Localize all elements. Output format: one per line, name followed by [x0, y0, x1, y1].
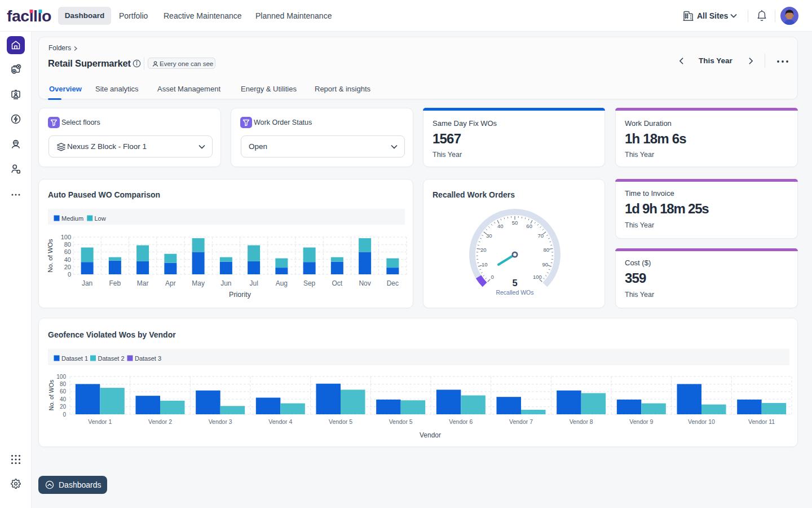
svg-text:80: 80	[60, 381, 67, 387]
svg-text:Jul: Jul	[249, 279, 258, 287]
svg-text:Vendor 11: Vendor 11	[748, 418, 775, 425]
svg-text:May: May	[192, 279, 205, 287]
svg-text:Vendor 8: Vendor 8	[570, 418, 593, 425]
svg-text:70: 70	[537, 233, 544, 239]
svg-text:Mar: Mar	[137, 279, 149, 287]
svg-text:20: 20	[60, 404, 67, 410]
svg-text:60: 60	[64, 248, 71, 255]
svg-text:Dataset 1: Dataset 1	[61, 355, 88, 362]
svg-text:Vendor 3: Vendor 3	[209, 418, 232, 425]
svg-text:Vendor 10: Vendor 10	[688, 418, 715, 425]
svg-text:40: 40	[64, 256, 71, 263]
svg-text:50: 50	[512, 220, 518, 226]
svg-text:Vendor: Vendor	[420, 431, 441, 439]
svg-text:Vendor 4: Vendor 4	[268, 418, 292, 425]
svg-text:60: 60	[526, 223, 532, 229]
svg-text:Oct: Oct	[332, 279, 343, 287]
svg-text:Dataset 3: Dataset 3	[135, 355, 161, 362]
svg-text:Low: Low	[95, 215, 106, 222]
svg-text:Vendor 1: Vendor 1	[88, 418, 112, 425]
svg-text:Vendor 6: Vendor 6	[449, 418, 473, 425]
svg-text:5: 5	[512, 278, 517, 288]
svg-text:100: 100	[533, 274, 542, 280]
svg-text:Vendor 5: Vendor 5	[389, 418, 413, 425]
svg-text:40: 40	[497, 223, 504, 229]
svg-text:0: 0	[63, 411, 66, 418]
svg-text:60: 60	[60, 388, 67, 395]
svg-text:Vendor 5: Vendor 5	[329, 418, 352, 425]
svg-text:Priority: Priority	[229, 291, 251, 299]
svg-text:10: 10	[482, 261, 488, 268]
svg-text:No. of WOs: No. of WOs	[48, 380, 55, 410]
svg-text:Recalled WOs: Recalled WOs	[496, 289, 533, 296]
svg-text:20: 20	[480, 247, 487, 253]
svg-text:Nov: Nov	[359, 279, 370, 287]
svg-text:facılıo: facılıo	[7, 7, 51, 25]
svg-text:0: 0	[491, 274, 493, 280]
svg-text:20: 20	[64, 264, 71, 270]
svg-text:Jan: Jan	[82, 279, 92, 287]
svg-text:30: 30	[486, 233, 492, 239]
svg-text:Dec: Dec	[387, 279, 399, 287]
svg-text:80: 80	[544, 247, 550, 253]
svg-text:80: 80	[64, 241, 71, 248]
svg-text:Apr: Apr	[165, 279, 176, 287]
svg-text:Jun: Jun	[220, 279, 231, 287]
svg-text:Vendor 2: Vendor 2	[148, 418, 172, 425]
svg-text:Medium: Medium	[61, 215, 83, 222]
svg-text:100: 100	[56, 374, 66, 380]
svg-text:Vendor 9: Vendor 9	[629, 418, 653, 425]
svg-text:Feb: Feb	[109, 279, 121, 287]
svg-text:Aug: Aug	[276, 279, 288, 287]
svg-text:90: 90	[542, 261, 548, 268]
svg-text:100: 100	[61, 234, 71, 240]
svg-text:Vendor 7: Vendor 7	[509, 418, 533, 425]
svg-text:40: 40	[60, 396, 67, 402]
svg-text:No. of WOs: No. of WOs	[47, 239, 54, 273]
svg-text:0: 0	[68, 271, 71, 278]
svg-text:Sep: Sep	[303, 279, 316, 287]
svg-text:Dataset 2: Dataset 2	[98, 355, 125, 362]
